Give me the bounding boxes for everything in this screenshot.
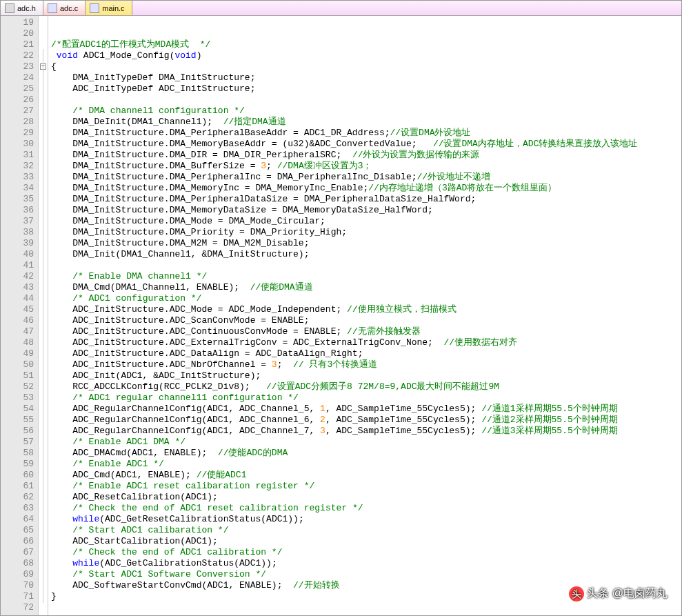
- line-number: 26: [1, 95, 34, 106]
- code-line[interactable]: ADC_InitStructure.ADC_NbrOfChannel = 3; …: [51, 359, 637, 370]
- line-number: 62: [1, 492, 34, 503]
- fold-column[interactable]: −: [39, 16, 48, 615]
- code-line[interactable]: /* Enable ADC1 reset calibaration regist…: [51, 481, 637, 492]
- line-number: 37: [1, 216, 34, 227]
- code-text: DMA_Cmd(DMA1_Channel1, ENABLE);: [51, 282, 250, 292]
- code-line[interactable]: DMA_InitStructure.DMA_PeripheralBaseAddr…: [51, 128, 637, 139]
- code-line[interactable]: DMA_InitStructure.DMA_PeripheralInc = DM…: [51, 172, 637, 183]
- code-line[interactable]: ADC_StartCalibration(ADC1);: [51, 536, 637, 547]
- code-line[interactable]: DMA_InitStructure.DMA_MemoryBaseAddr = (…: [51, 139, 637, 150]
- code-line[interactable]: /* ADC1 regular channel11 configuration …: [51, 393, 637, 404]
- code-line[interactable]: DMA_InitStructure.DMA_PeripheralDataSize…: [51, 194, 637, 205]
- code-line[interactable]: ADC_DMACmd(ADC1, ENABLE); //使能ADC的DMA: [51, 448, 637, 459]
- line-number: 25: [1, 83, 34, 95]
- code-line[interactable]: void ADC1_Mode_Config(void): [51, 50, 637, 61]
- code-line[interactable]: [51, 28, 637, 39]
- code-line[interactable]: ADC_RegularChannelConfig(ADC1, ADC_Chann…: [51, 404, 637, 415]
- code-text: DMA_InitStructure.DMA_DIR = DMA_DIR_Peri…: [51, 150, 352, 160]
- code-line[interactable]: RCC_ADCCLKConfig(RCC_PCLK2_Div8); //设置AD…: [51, 381, 637, 393]
- comment-text: /* Enable ADC1 DMA */: [72, 437, 185, 447]
- code-text: ADC_InitStructure.ADC_Mode = ADC_Mode_In…: [51, 304, 347, 315]
- code-line[interactable]: ADC_InitStructure.ADC_ExternalTrigConv =…: [51, 337, 637, 348]
- tab-adc-h[interactable]: adc.h: [1, 1, 43, 15]
- code-line[interactable]: ADC_InitStructure.ADC_ScanConvMode = ENA…: [51, 315, 637, 326]
- code-line[interactable]: }: [51, 591, 637, 602]
- code-line[interactable]: DMA_InitStructure.DMA_M2M = DMA_M2M_Disa…: [51, 238, 637, 249]
- keyword-text: void: [174, 50, 196, 61]
- code-line[interactable]: [51, 17, 637, 28]
- comment-text: //设置ADC分频因子8 72M/8=9,ADC最大时间不能超过9M: [266, 381, 499, 392]
- code-line[interactable]: /*配置ADC1的工作模式为MDA模式 */: [51, 39, 637, 50]
- line-number: 42: [1, 271, 34, 282]
- code-text: DMA_InitStructure.DMA_PeripheralDataSize…: [51, 194, 476, 204]
- comment-text: /* Check the end of ADC1 calibration */: [72, 547, 282, 557]
- code-line[interactable]: DMA_InitStructure.DMA_DIR = DMA_DIR_Peri…: [51, 150, 637, 161]
- code-line[interactable]: DMA_InitTypeDef DMA_InitStructure;: [51, 72, 637, 83]
- line-number: 70: [1, 580, 34, 591]
- line-number: 32: [1, 161, 34, 172]
- code-line[interactable]: DMA_InitStructure.DMA_MemoryInc = DMA_Me…: [51, 183, 637, 194]
- code-line[interactable]: DMA_InitStructure.DMA_Mode = DMA_Mode_Ci…: [51, 216, 637, 227]
- code-line[interactable]: [51, 260, 637, 271]
- code-text: , ADC_SampleTime_55Cycles5);: [325, 404, 481, 414]
- code-line[interactable]: [51, 602, 637, 613]
- code-line[interactable]: ADC_InitStructure.ADC_DataAlign = ADC_Da…: [51, 348, 637, 359]
- watermark-icon: 头: [569, 586, 584, 602]
- code-line[interactable]: DMA_InitStructure.DMA_BufferSize = 3; //…: [51, 161, 637, 172]
- code-text: [51, 547, 72, 557]
- code-line[interactable]: {: [51, 61, 637, 72]
- code-line[interactable]: /* Enable ADC1 */: [51, 459, 637, 470]
- code-line[interactable]: /* Start ADC1 calibaration */: [51, 525, 637, 536]
- code-line[interactable]: while(ADC_GetResetCalibrationStatus(ADC1…: [51, 514, 637, 525]
- line-number: 51: [1, 370, 34, 381]
- comment-text: //使能ADC的DMA: [218, 448, 288, 458]
- comment-text: //通道1采样周期55.5个时钟周期: [481, 404, 618, 414]
- code-line[interactable]: ADC_InitStructure.ADC_ContinuousConvMode…: [51, 326, 637, 337]
- code-line[interactable]: ADC_InitStructure.ADC_Mode = ADC_Mode_In…: [51, 304, 637, 315]
- line-number: 49: [1, 348, 34, 359]
- code-text: [51, 106, 72, 116]
- code-area[interactable]: /*配置ADC1的工作模式为MDA模式 */ void ADC1_Mode_Co…: [48, 16, 640, 615]
- code-line[interactable]: DMA_DeInit(DMA1_Channel1); //指定DMA通道: [51, 117, 637, 128]
- code-editor[interactable]: 1920212223242526272829303132333435363738…: [1, 16, 681, 615]
- code-line[interactable]: /* DMA channel1 configuration */: [51, 106, 637, 117]
- code-line[interactable]: /* Start ADC1 Software Conversion */: [51, 569, 637, 580]
- code-line[interactable]: /* ADC1 configuration */: [51, 293, 637, 304]
- code-line[interactable]: ADC_RegularChannelConfig(ADC1, ADC_Chann…: [51, 426, 637, 437]
- code-line[interactable]: ADC_SoftwareStartConvCmd(ADC1, ENABLE); …: [51, 580, 637, 591]
- code-text: DMA_InitStructure.DMA_MemoryDataSize = D…: [51, 205, 433, 215]
- line-number: 44: [1, 293, 34, 304]
- code-line[interactable]: ADC_InitTypeDef ADC_InitStructure;: [51, 83, 637, 95]
- code-line[interactable]: DMA_Cmd(DMA1_Channel1, ENABLE); //使能DMA通…: [51, 282, 637, 293]
- code-line[interactable]: /* Check the end of ADC1 reset calibrati…: [51, 503, 637, 514]
- line-number: 22: [1, 50, 34, 61]
- tab-bar: adc.hadc.cmain.c: [1, 1, 681, 16]
- file-icon: [90, 3, 99, 13]
- code-text: ADC_RegularChannelConfig(ADC1, ADC_Chann…: [51, 415, 320, 425]
- code-line[interactable]: /* Enable ADC1 DMA */: [51, 437, 637, 448]
- watermark: 头头条 @电卤药丸: [569, 586, 668, 602]
- code-line[interactable]: ADC_RegularChannelConfig(ADC1, ADC_Chann…: [51, 415, 637, 426]
- code-line[interactable]: [51, 95, 637, 106]
- code-text: {: [51, 61, 57, 72]
- code-text: (ADC_GetResetCalibrationStatus(ADC1));: [99, 514, 303, 524]
- code-line[interactable]: ADC_ResetCalibration(ADC1);: [51, 492, 637, 503]
- line-number: 20: [1, 28, 34, 39]
- line-number: 24: [1, 72, 34, 83]
- code-line[interactable]: while(ADC_GetCalibrationStatus(ADC1));: [51, 558, 637, 569]
- code-line[interactable]: /* Enable DMA channel1 */: [51, 271, 637, 282]
- comment-text: /* DMA channel1 configuration */: [72, 106, 245, 116]
- code-text: ADC_RegularChannelConfig(ADC1, ADC_Chann…: [51, 404, 320, 414]
- number-literal: 2: [320, 415, 325, 425]
- comment-text: // 只有3个转换通道: [293, 359, 377, 370]
- code-line[interactable]: ADC_Init(ADC1, &ADC_InitStructure);: [51, 370, 637, 381]
- tab-adc-c[interactable]: adc.c: [43, 1, 86, 15]
- code-line[interactable]: DMA_Init(DMA1_Channel1, &DMA_InitStructu…: [51, 249, 637, 260]
- code-line[interactable]: /* Check the end of ADC1 calibration */: [51, 547, 637, 558]
- code-text: [51, 271, 72, 281]
- code-line[interactable]: DMA_InitStructure.DMA_MemoryDataSize = D…: [51, 205, 637, 216]
- code-line[interactable]: DMA_InitStructure.DMA_Priority = DMA_Pri…: [51, 227, 637, 238]
- tab-main-c[interactable]: main.c: [86, 1, 132, 15]
- code-text: ADC_InitStructure.ADC_ScanConvMode = ENA…: [51, 315, 309, 326]
- code-line[interactable]: ADC_Cmd(ADC1, ENABLE); //使能ADC1: [51, 470, 637, 481]
